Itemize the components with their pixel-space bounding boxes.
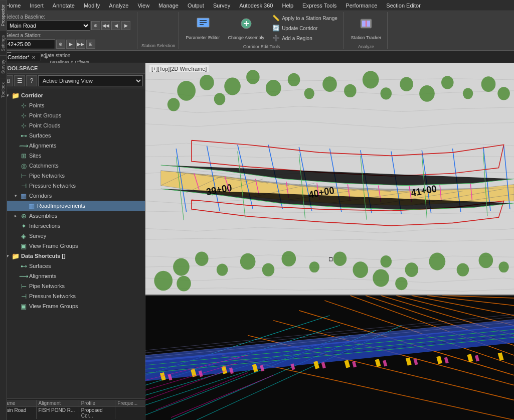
vtab-survey[interactable]: Survey [0,55,7,78]
tree-item-view-frame-groups[interactable]: ▣View Frame Groups [0,241,145,251]
svg-point-34 [309,261,319,272]
svg-point-27 [497,87,510,100]
tree-item-ds-alignments[interactable]: ⟿Alignments [0,271,145,281]
sidebar-help-btn[interactable]: ? [26,75,37,86]
tree-icon-view-frame-groups: ▣ [19,242,28,250]
toolspace-header: TOOLSPACE [0,63,145,74]
menu-help[interactable]: Help [278,2,297,10]
tree-item-corridor[interactable]: ▾📁Corridor [0,90,145,100]
tree-item-intersections[interactable]: ✦Intersections [0,221,145,231]
tree-label-road-improvements: RoadImprovements [37,203,143,209]
baseline-select[interactable]: Main Road [5,21,90,31]
menu-modify[interactable]: Modify [80,2,104,10]
tree-icon-assemblies: ⊕ [19,212,28,220]
svg-point-19 [344,84,357,97]
menu-section-editor[interactable]: Section Editor [382,2,424,10]
view-dropdown[interactable]: Active Drawing View [38,75,143,86]
baseline-fwd-btn[interactable]: ▶ [121,21,130,30]
close-tab-icon[interactable]: ✕ [32,55,36,60]
add-region-button[interactable]: ➕ Add a Region [269,34,340,43]
parameter-editor-button[interactable]: Parameter Editor [183,13,223,43]
baseline-back-btn[interactable]: ◀ [111,21,120,30]
station-pick-btn[interactable]: ⊕ [56,40,65,49]
ribbon-group-corridor-tools: Parameter Editor Change Assembly 📏 Apply… [180,12,344,49]
menu-analyze[interactable]: Analyze [105,2,132,10]
tree-item-catchments[interactable]: ◎Catchments [0,161,145,171]
station-end-btn[interactable]: ▶▶ [76,40,85,49]
svg-point-11 [167,98,180,111]
tree-item-corridors[interactable]: ▾▦Corridors [0,191,145,201]
tree-item-ds-view-frame-groups[interactable]: ▣View Frame Groups [0,301,145,311]
svg-point-31 [240,253,256,270]
parameter-editor-label: Parameter Editor [186,35,220,40]
tree-expand-assemblies: ▸ [12,213,19,218]
tree-item-surfaces[interactable]: ⊷Surfaces [0,130,145,141]
svg-point-30 [217,264,228,276]
menu-view[interactable]: View [133,2,153,10]
menu-express-tools[interactable]: Express Tools [298,2,340,10]
station-tracker-button[interactable]: Station Tracker [348,13,385,43]
vtab-settings[interactable]: Settings [0,31,7,56]
menu-survey[interactable]: Survey [209,2,234,10]
analyze-label: Analyze [348,43,385,49]
update-corridor-button[interactable]: 🔄 Update Corridor [269,24,340,33]
tree-label-ds-view-frame-groups: View Frame Groups [29,303,143,309]
change-assembly-button[interactable]: Change Assembly [225,13,268,43]
new-tab-button[interactable]: + [42,53,50,61]
tree-item-ds-pressure-networks[interactable]: ⊣Pressure Networks [0,291,145,301]
svg-point-43 [154,271,173,291]
station-input[interactable] [5,39,55,49]
baseline-pick-btn[interactable]: ⊕ [91,21,100,30]
tree-expand-corridors: ▾ [12,193,19,198]
ribbon-group-analyze: Station Tracker Analyze [345,12,388,49]
vtab-toolbox[interactable]: Toolbox [0,78,7,102]
svg-point-21 [381,87,392,99]
corridor-tab[interactable]: Corridor* ✕ [2,53,41,61]
station-next-btn[interactable]: ▶ [66,40,75,49]
update-corridor-label: Update Corridor [282,26,317,31]
menu-performance[interactable]: Performance [341,2,381,10]
menu-autodesk360[interactable]: Autodesk 360 [235,2,277,10]
tree-item-pressure-networks[interactable]: ⊣Pressure Networks [0,181,145,191]
station-tracker-label: Station Tracker [351,35,382,40]
tree-item-point-clouds[interactable]: ⊹Point Clouds [0,120,145,130]
tree-item-survey[interactable]: ◈Survey [0,231,145,241]
svg-point-9 [177,81,196,101]
apply-station-range-button[interactable]: 📏 Apply to a Station Range [269,14,340,23]
tree-label-ds-pressure-networks: Pressure Networks [29,293,143,299]
menu-manage[interactable]: Manage [154,2,183,10]
tree-label-intersections: Intersections [29,223,143,229]
menubar: Home Insert Annotate Modify Analyze View… [0,0,514,11]
svg-point-42 [498,261,508,272]
canvas-bottom-viewport[interactable] [145,295,514,420]
tree-item-sites[interactable]: ⊞Sites [0,151,145,161]
tree-icon-corridors: ▦ [19,192,28,200]
tree-item-pipe-networks[interactable]: ⊢Pipe Networks [0,171,145,181]
sidebar-toolbar: ⊞ ☰ ? Active Drawing View [0,74,145,88]
tree-item-assemblies[interactable]: ▸⊕Assemblies [0,211,145,221]
col-profile: Profile [79,400,116,406]
menu-insert[interactable]: Insert [26,2,48,10]
tree-item-point-groups[interactable]: ⊹Point Groups [0,110,145,120]
canvas-top-viewport[interactable]: [+][Top][2D Wireframe] [145,63,514,295]
tree-label-sites: Sites [29,153,143,159]
vtab-prospector[interactable]: Prospector [0,0,7,31]
menu-annotate[interactable]: Annotate [49,2,79,10]
tree-item-alignments[interactable]: ⟿Alignments [0,141,145,151]
tree-label-data-shortcuts: Data Shortcuts [] [21,253,143,259]
station-extra-btn[interactable]: ⊞ [86,40,95,49]
tree-item-ds-pipe-networks[interactable]: ⊢Pipe Networks [0,281,145,291]
sidebar-list-btn[interactable]: ☰ [14,75,25,86]
svg-point-41 [479,253,493,268]
tree-item-points[interactable]: ⊹Points [0,100,145,110]
tree-icon-ds-alignments: ⟿ [19,272,28,280]
baseline-prev-btn[interactable]: ◀◀ [101,21,110,30]
menu-output[interactable]: Output [184,2,208,10]
svg-point-45 [373,269,389,287]
ribbon-group-baselines: Select a Baseline: Main Road ⊕ ◀◀ ◀ ▶ Se… [2,12,137,49]
tree-item-data-shortcuts[interactable]: ▾📁Data Shortcuts [] [0,251,145,261]
tree-icon-ds-view-frame-groups: ▣ [19,303,28,310]
tree-item-road-improvements[interactable]: ▥RoadImprovements [0,201,145,211]
tree-item-ds-surfaces[interactable]: ⊷Surfaces [0,261,145,271]
svg-point-20 [363,71,379,88]
